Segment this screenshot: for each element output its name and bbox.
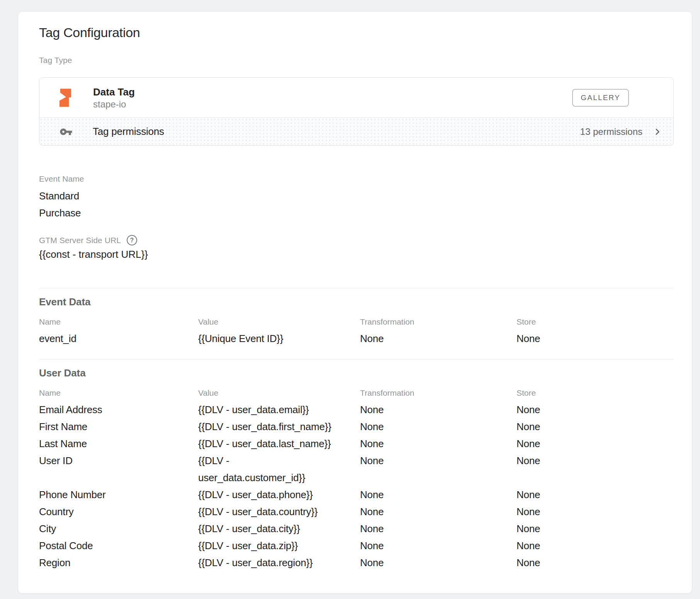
row-value: {{DLV - user_data.city}} — [198, 520, 355, 537]
table-row: Last Name {{DLV - user_data.last_name}} … — [39, 435, 674, 452]
column-header-transformation: Transformation — [360, 317, 517, 327]
row-store: None — [517, 537, 674, 554]
row-store: None — [517, 330, 674, 347]
help-icon[interactable]: ? — [127, 235, 137, 245]
help-glyph: ? — [130, 237, 134, 243]
permissions-count-badge: 13 permissions — [580, 126, 642, 137]
row-value: {{DLV - user_data.last_name}} — [198, 435, 355, 452]
event-data-header-row: Name Value Transformation Store — [39, 317, 674, 327]
column-header-store: Store — [517, 388, 674, 398]
row-store: None — [517, 435, 674, 452]
table-row: User ID {{DLV - user_data.customer_id}} … — [39, 452, 674, 486]
row-value: {{DLV - user_data.region}} — [198, 554, 355, 571]
row-value: {{DLV - user_data.first_name}} — [198, 418, 355, 435]
stape-logo-icon — [59, 88, 72, 107]
row-transformation: None — [360, 330, 517, 347]
row-store: None — [517, 520, 674, 537]
user-data-header-row: Name Value Transformation Store — [39, 388, 674, 398]
row-transformation: None — [360, 520, 517, 537]
event-name-label: Event Name — [39, 174, 674, 184]
column-header-name: Name — [39, 317, 198, 327]
tag-type-card: Data Tag stape-io GALLERY Tag permission… — [39, 77, 674, 146]
gtm-url-label-row: GTM Server Side URL ? — [39, 235, 674, 245]
row-name: Phone Number — [39, 486, 198, 503]
tag-configuration-panel: Tag Configuration Tag Type Data Tag stap… — [18, 11, 692, 594]
event-data-title: Event Data — [39, 295, 674, 308]
divider — [39, 288, 674, 288]
column-header-value: Value — [198, 317, 360, 327]
row-name: City — [39, 520, 198, 537]
chevron-right-icon[interactable] — [652, 127, 663, 137]
table-row: event_id {{Unique Event ID}} None None — [39, 330, 674, 347]
column-header-value: Value — [198, 388, 360, 398]
row-value: {{DLV - user_data.zip}} — [198, 537, 355, 554]
user-data-title: User Data — [39, 366, 674, 379]
row-name: Email Address — [39, 401, 198, 418]
table-row: Region {{DLV - user_data.region}} None N… — [39, 554, 674, 571]
row-name: User ID — [39, 452, 198, 469]
row-name: event_id — [39, 330, 198, 347]
event-name-value-2: Purchase — [39, 204, 674, 221]
gtm-url-label: GTM Server Side URL — [39, 235, 121, 245]
user-data-table: Email Address {{DLV - user_data.email}} … — [39, 401, 674, 571]
row-store: None — [517, 452, 674, 469]
row-transformation: None — [360, 537, 517, 554]
gtm-url-value: {{const - transport URL}} — [39, 247, 674, 261]
row-name: Last Name — [39, 435, 198, 452]
row-value: {{DLV - user_data.phone}} — [198, 486, 355, 503]
page-title: Tag Configuration — [39, 24, 674, 41]
row-name: Postal Code — [39, 537, 198, 554]
row-value: {{DLV - user_data.customer_id}} — [198, 452, 355, 486]
divider — [39, 359, 674, 359]
row-value: {{DLV - user_data.email}} — [198, 401, 355, 418]
tag-permissions-right: 13 permissions — [580, 126, 663, 137]
event-name-values: Standard Purchase — [39, 187, 674, 221]
row-value: {{Unique Event ID}} — [198, 330, 355, 347]
column-header-store: Store — [517, 317, 674, 327]
row-store: None — [517, 418, 674, 435]
row-transformation: None — [360, 503, 517, 520]
column-header-name: Name — [39, 388, 198, 398]
tag-card-text: Data Tag stape-io — [93, 85, 135, 110]
table-row: City {{DLV - user_data.city}} None None — [39, 520, 674, 537]
table-row: Postal Code {{DLV - user_data.zip}} None… — [39, 537, 674, 554]
tag-type-card-main-row: Data Tag stape-io GALLERY — [39, 78, 673, 117]
row-store: None — [517, 486, 674, 503]
table-row: First Name {{DLV - user_data.first_name}… — [39, 418, 674, 435]
row-transformation: None — [360, 554, 517, 571]
tag-type-label: Tag Type — [39, 55, 674, 65]
table-row: Phone Number {{DLV - user_data.phone}} N… — [39, 486, 674, 503]
tag-name: Data Tag — [93, 85, 135, 99]
key-icon — [59, 125, 73, 138]
gallery-button[interactable]: GALLERY — [572, 89, 629, 107]
column-header-transformation: Transformation — [360, 388, 517, 398]
row-store: None — [517, 554, 674, 571]
event-data-table: event_id {{Unique Event ID}} None None — [39, 330, 674, 347]
row-name: Country — [39, 503, 198, 520]
tag-permissions-label: Tag permissions — [93, 126, 164, 138]
row-transformation: None — [360, 486, 517, 503]
row-transformation: None — [360, 452, 517, 469]
row-name: Region — [39, 554, 198, 571]
tag-permissions-row[interactable]: Tag permissions 13 permissions — [39, 117, 673, 145]
row-value: {{DLV - user_data.country}} — [198, 503, 355, 520]
row-transformation: None — [360, 401, 517, 418]
row-transformation: None — [360, 435, 517, 452]
row-name: First Name — [39, 418, 198, 435]
row-store: None — [517, 401, 674, 418]
table-row: Email Address {{DLV - user_data.email}} … — [39, 401, 674, 418]
row-transformation: None — [360, 418, 517, 435]
event-name-value-1: Standard — [39, 187, 674, 204]
tag-vendor: stape-io — [93, 99, 135, 110]
table-row: Country {{DLV - user_data.country}} None… — [39, 503, 674, 520]
row-store: None — [517, 503, 674, 520]
